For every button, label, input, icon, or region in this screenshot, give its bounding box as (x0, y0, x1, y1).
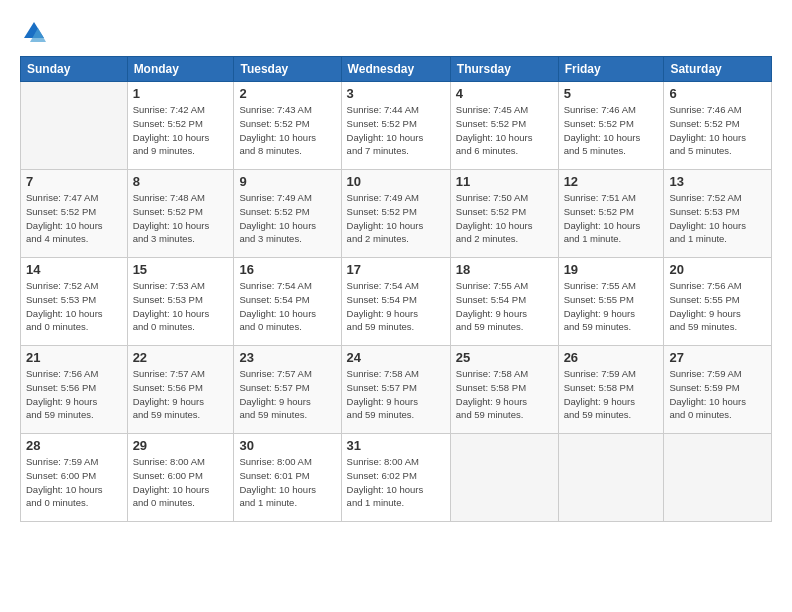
week-row-2: 14Sunrise: 7:52 AM Sunset: 5:53 PM Dayli… (21, 258, 772, 346)
day-header-sunday: Sunday (21, 57, 128, 82)
day-info: Sunrise: 7:51 AM Sunset: 5:52 PM Dayligh… (564, 191, 659, 246)
calendar-cell: 10Sunrise: 7:49 AM Sunset: 5:52 PM Dayli… (341, 170, 450, 258)
day-header-saturday: Saturday (664, 57, 772, 82)
day-info: Sunrise: 8:00 AM Sunset: 6:02 PM Dayligh… (347, 455, 445, 510)
calendar-cell: 24Sunrise: 7:58 AM Sunset: 5:57 PM Dayli… (341, 346, 450, 434)
header (20, 18, 772, 46)
calendar-cell: 23Sunrise: 7:57 AM Sunset: 5:57 PM Dayli… (234, 346, 341, 434)
day-info: Sunrise: 7:48 AM Sunset: 5:52 PM Dayligh… (133, 191, 229, 246)
day-info: Sunrise: 7:45 AM Sunset: 5:52 PM Dayligh… (456, 103, 553, 158)
calendar-cell: 2Sunrise: 7:43 AM Sunset: 5:52 PM Daylig… (234, 82, 341, 170)
calendar-cell: 31Sunrise: 8:00 AM Sunset: 6:02 PM Dayli… (341, 434, 450, 522)
day-number: 29 (133, 438, 229, 453)
day-info: Sunrise: 7:59 AM Sunset: 6:00 PM Dayligh… (26, 455, 122, 510)
day-number: 6 (669, 86, 766, 101)
calendar-cell: 3Sunrise: 7:44 AM Sunset: 5:52 PM Daylig… (341, 82, 450, 170)
calendar-cell: 26Sunrise: 7:59 AM Sunset: 5:58 PM Dayli… (558, 346, 664, 434)
day-number: 23 (239, 350, 335, 365)
day-info: Sunrise: 7:59 AM Sunset: 5:58 PM Dayligh… (564, 367, 659, 422)
calendar-cell: 21Sunrise: 7:56 AM Sunset: 5:56 PM Dayli… (21, 346, 128, 434)
calendar-cell: 27Sunrise: 7:59 AM Sunset: 5:59 PM Dayli… (664, 346, 772, 434)
calendar-cell: 7Sunrise: 7:47 AM Sunset: 5:52 PM Daylig… (21, 170, 128, 258)
calendar-cell: 12Sunrise: 7:51 AM Sunset: 5:52 PM Dayli… (558, 170, 664, 258)
calendar-cell (450, 434, 558, 522)
calendar-cell: 25Sunrise: 7:58 AM Sunset: 5:58 PM Dayli… (450, 346, 558, 434)
day-info: Sunrise: 7:49 AM Sunset: 5:52 PM Dayligh… (347, 191, 445, 246)
day-info: Sunrise: 7:57 AM Sunset: 5:56 PM Dayligh… (133, 367, 229, 422)
day-number: 26 (564, 350, 659, 365)
calendar-cell: 9Sunrise: 7:49 AM Sunset: 5:52 PM Daylig… (234, 170, 341, 258)
calendar-cell: 30Sunrise: 8:00 AM Sunset: 6:01 PM Dayli… (234, 434, 341, 522)
day-header-tuesday: Tuesday (234, 57, 341, 82)
day-number: 8 (133, 174, 229, 189)
calendar-cell: 5Sunrise: 7:46 AM Sunset: 5:52 PM Daylig… (558, 82, 664, 170)
day-number: 12 (564, 174, 659, 189)
day-info: Sunrise: 7:57 AM Sunset: 5:57 PM Dayligh… (239, 367, 335, 422)
calendar-cell: 28Sunrise: 7:59 AM Sunset: 6:00 PM Dayli… (21, 434, 128, 522)
calendar-table: SundayMondayTuesdayWednesdayThursdayFrid… (20, 56, 772, 522)
calendar-cell: 20Sunrise: 7:56 AM Sunset: 5:55 PM Dayli… (664, 258, 772, 346)
day-number: 19 (564, 262, 659, 277)
day-number: 31 (347, 438, 445, 453)
day-info: Sunrise: 8:00 AM Sunset: 6:01 PM Dayligh… (239, 455, 335, 510)
day-number: 2 (239, 86, 335, 101)
logo-icon (20, 18, 48, 46)
day-number: 25 (456, 350, 553, 365)
day-number: 28 (26, 438, 122, 453)
day-header-monday: Monday (127, 57, 234, 82)
day-number: 4 (456, 86, 553, 101)
calendar-cell: 17Sunrise: 7:54 AM Sunset: 5:54 PM Dayli… (341, 258, 450, 346)
calendar-cell: 15Sunrise: 7:53 AM Sunset: 5:53 PM Dayli… (127, 258, 234, 346)
calendar-cell: 13Sunrise: 7:52 AM Sunset: 5:53 PM Dayli… (664, 170, 772, 258)
day-number: 7 (26, 174, 122, 189)
week-row-4: 28Sunrise: 7:59 AM Sunset: 6:00 PM Dayli… (21, 434, 772, 522)
calendar-cell: 6Sunrise: 7:46 AM Sunset: 5:52 PM Daylig… (664, 82, 772, 170)
day-header-thursday: Thursday (450, 57, 558, 82)
day-number: 3 (347, 86, 445, 101)
calendar-cell (664, 434, 772, 522)
calendar-cell: 19Sunrise: 7:55 AM Sunset: 5:55 PM Dayli… (558, 258, 664, 346)
day-number: 17 (347, 262, 445, 277)
calendar-cell: 18Sunrise: 7:55 AM Sunset: 5:54 PM Dayli… (450, 258, 558, 346)
calendar-cell: 11Sunrise: 7:50 AM Sunset: 5:52 PM Dayli… (450, 170, 558, 258)
day-info: Sunrise: 7:49 AM Sunset: 5:52 PM Dayligh… (239, 191, 335, 246)
day-number: 9 (239, 174, 335, 189)
day-header-wednesday: Wednesday (341, 57, 450, 82)
day-info: Sunrise: 7:52 AM Sunset: 5:53 PM Dayligh… (26, 279, 122, 334)
day-number: 1 (133, 86, 229, 101)
page: SundayMondayTuesdayWednesdayThursdayFrid… (0, 0, 792, 532)
logo (20, 18, 52, 46)
day-info: Sunrise: 7:42 AM Sunset: 5:52 PM Dayligh… (133, 103, 229, 158)
calendar-cell (558, 434, 664, 522)
week-row-3: 21Sunrise: 7:56 AM Sunset: 5:56 PM Dayli… (21, 346, 772, 434)
day-info: Sunrise: 7:43 AM Sunset: 5:52 PM Dayligh… (239, 103, 335, 158)
day-number: 5 (564, 86, 659, 101)
calendar-cell: 16Sunrise: 7:54 AM Sunset: 5:54 PM Dayli… (234, 258, 341, 346)
calendar-cell: 22Sunrise: 7:57 AM Sunset: 5:56 PM Dayli… (127, 346, 234, 434)
week-row-1: 7Sunrise: 7:47 AM Sunset: 5:52 PM Daylig… (21, 170, 772, 258)
day-info: Sunrise: 7:50 AM Sunset: 5:52 PM Dayligh… (456, 191, 553, 246)
day-info: Sunrise: 7:53 AM Sunset: 5:53 PM Dayligh… (133, 279, 229, 334)
day-info: Sunrise: 7:54 AM Sunset: 5:54 PM Dayligh… (239, 279, 335, 334)
day-info: Sunrise: 7:55 AM Sunset: 5:55 PM Dayligh… (564, 279, 659, 334)
calendar-cell: 14Sunrise: 7:52 AM Sunset: 5:53 PM Dayli… (21, 258, 128, 346)
calendar-cell: 8Sunrise: 7:48 AM Sunset: 5:52 PM Daylig… (127, 170, 234, 258)
day-number: 30 (239, 438, 335, 453)
calendar-cell: 1Sunrise: 7:42 AM Sunset: 5:52 PM Daylig… (127, 82, 234, 170)
day-info: Sunrise: 7:54 AM Sunset: 5:54 PM Dayligh… (347, 279, 445, 334)
day-number: 11 (456, 174, 553, 189)
day-info: Sunrise: 7:44 AM Sunset: 5:52 PM Dayligh… (347, 103, 445, 158)
day-info: Sunrise: 7:59 AM Sunset: 5:59 PM Dayligh… (669, 367, 766, 422)
day-number: 22 (133, 350, 229, 365)
day-number: 10 (347, 174, 445, 189)
day-number: 16 (239, 262, 335, 277)
day-number: 24 (347, 350, 445, 365)
day-info: Sunrise: 7:58 AM Sunset: 5:58 PM Dayligh… (456, 367, 553, 422)
calendar-cell (21, 82, 128, 170)
day-info: Sunrise: 7:52 AM Sunset: 5:53 PM Dayligh… (669, 191, 766, 246)
week-row-0: 1Sunrise: 7:42 AM Sunset: 5:52 PM Daylig… (21, 82, 772, 170)
day-info: Sunrise: 7:58 AM Sunset: 5:57 PM Dayligh… (347, 367, 445, 422)
day-number: 27 (669, 350, 766, 365)
day-number: 21 (26, 350, 122, 365)
day-info: Sunrise: 7:47 AM Sunset: 5:52 PM Dayligh… (26, 191, 122, 246)
